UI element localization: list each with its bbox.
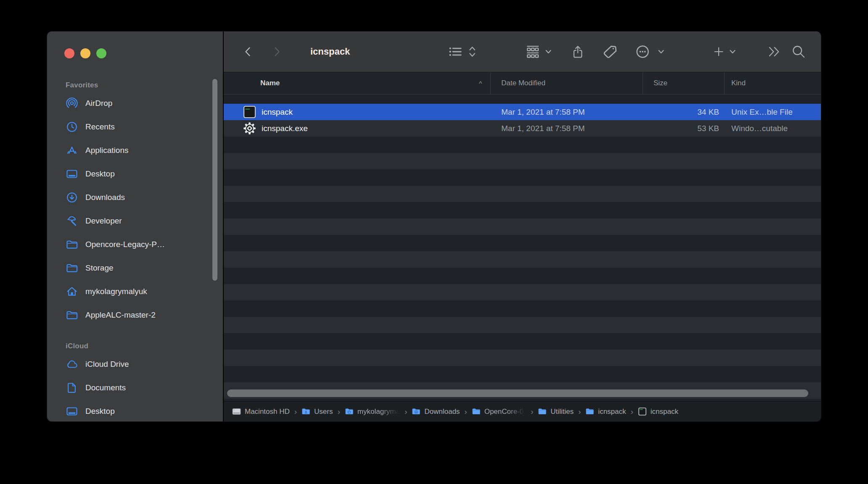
tags-button[interactable] [602,44,618,60]
view-sort-button[interactable] [468,45,477,58]
ellipsis-circle-icon [635,44,650,59]
close-button[interactable] [64,48,74,58]
drive-icon [232,407,241,416]
sidebar-item-label: Opencore-Legacy-P… [85,240,165,249]
sidebar-item-documents[interactable]: Documents [47,376,223,400]
sidebar-item-label: AirDrop [85,99,112,108]
more-actions-chevron[interactable] [657,47,665,56]
appstore-icon [66,144,78,157]
sidebar-item-label: Applications [85,146,128,155]
document-icon [66,381,78,394]
more-actions-button[interactable] [635,44,650,59]
zoom-button[interactable] [96,48,106,58]
sidebar-scrollbar[interactable] [212,79,217,281]
path-segment-label: Utilities [550,408,574,416]
folder-plain-icon [585,407,594,416]
sidebar-item-desktop[interactable]: Desktop [47,400,223,421]
group-by-chevron[interactable] [544,47,553,56]
clock-icon [66,121,78,133]
folder-home-icon [345,407,354,416]
column-header-size[interactable]: Size [643,72,725,94]
path-segment-icnspack[interactable]: icnspack [638,407,678,416]
sidebar-item-opencore-legacy-p[interactable]: Opencore-Legacy-P… [47,233,223,256]
sidebar-item-label: Downloads [85,193,125,202]
column-header-date-modified[interactable]: Date Modified [491,72,643,94]
list-view-icon [448,45,463,59]
svg-text:exec: exec [246,108,250,110]
file-date-modified: Mar 1, 2021 at 7:58 PM [491,108,643,117]
desktop-icon [66,168,78,180]
sidebar-item-downloads[interactable]: Downloads [47,186,223,209]
group-by-button[interactable] [525,44,541,59]
file-row-icnspack[interactable]: execicnspackMar 1, 2021 at 7:58 PM34 KBU… [224,104,821,120]
sidebar-item-label: AppleALC-master-2 [85,310,156,320]
tag-icon [602,44,618,60]
sidebar-item-label: Developer [85,216,122,226]
folder-users-icon [302,407,310,416]
path-separator-chevron-icon: › [631,408,633,416]
sidebar-item-recents[interactable]: Recents [47,115,223,139]
file-size: 34 KB [643,108,725,117]
folder-plain-icon [538,407,547,416]
path-segment-mykolagryma[interactable]: mykolagryma [345,407,400,416]
path-separator-chevron-icon: › [338,408,340,416]
toolbar-overflow-button[interactable] [767,45,781,58]
path-segment-label: icnspack [598,408,626,416]
sort-ascending-icon: ^ [479,80,482,87]
chevron-down-icon [544,47,553,56]
search-button[interactable] [791,45,806,59]
new-item-chevron[interactable] [728,47,737,56]
path-segment-users[interactable]: Users [302,407,333,416]
sidebar-section-header: Favorites [47,79,223,92]
sort-chevrons-icon [468,45,477,58]
download-icon [66,191,78,204]
path-segment-icnspack[interactable]: icnspack [585,407,626,416]
toolbar: icnspack [224,32,821,72]
file-name-cell: icnspack.exe [224,122,491,135]
sidebar-item-developer[interactable]: Developer [47,209,223,233]
home-icon [66,285,78,298]
share-button[interactable] [571,44,585,59]
path-segment-label: Users [314,408,333,416]
path-segment-utilities[interactable]: Utilities [538,407,574,416]
minimize-button[interactable] [80,48,90,58]
file-name: icnspack [262,108,293,117]
sidebar-item-applealc-master-2[interactable]: AppleALC-master-2 [47,303,223,327]
plus-icon [713,46,724,57]
sidebar-item-label: Desktop [85,407,115,416]
path-segment-downloads[interactable]: Downloads [412,407,460,416]
chevron-down-icon [728,47,737,56]
sidebar-item-mykolagrymalyuk[interactable]: mykolagrymalyuk [47,280,223,303]
file-date-modified: Mar 1, 2021 at 7:58 PM [491,124,643,133]
view-list-button[interactable] [448,45,463,59]
column-label: Kind [731,79,746,87]
file-row-icnspack.exe[interactable]: icnspack.exeMar 1, 2021 at 7:58 PM53 KBW… [224,120,821,137]
folder-icon [66,309,78,321]
sidebar-item-airdrop[interactable]: AirDrop [47,92,223,115]
sidebar-item-icloud-drive[interactable]: iCloud Drive [47,352,223,376]
sidebar-item-desktop[interactable]: Desktop [47,162,223,186]
horizontal-scrollbar[interactable] [227,389,808,397]
column-header-name[interactable]: Name ^ [224,72,491,94]
column-header-kind[interactable]: Kind [725,72,821,94]
exe-gear-icon [243,122,256,135]
path-separator-chevron-icon: › [294,408,297,416]
path-segment-macintosh-hd[interactable]: Macintosh HD [232,407,290,416]
forward-button[interactable] [272,45,283,58]
sidebar-item-label: Storage [85,263,114,273]
window-title: icnspack [310,32,350,72]
path-segment-opencore-0[interactable]: OpenCore-0- [472,407,526,416]
hammer-icon [66,215,78,227]
file-name-cell: execicnspack [224,105,491,118]
sidebar-item-label: Desktop [85,169,115,179]
path-bar: Macintosh HD›Users›mykolagryma›Downloads… [224,401,821,421]
sidebar-item-label: Documents [85,383,126,392]
new-item-button[interactable] [713,46,724,57]
column-label: Size [654,79,667,87]
back-button[interactable] [242,45,253,58]
sidebar-item-applications[interactable]: Applications [47,139,223,162]
desktop-icon [66,405,78,418]
sidebar-item-storage[interactable]: Storage [47,256,223,280]
column-label: Name [260,79,280,87]
file-kind: Windo…cutable [725,124,821,133]
